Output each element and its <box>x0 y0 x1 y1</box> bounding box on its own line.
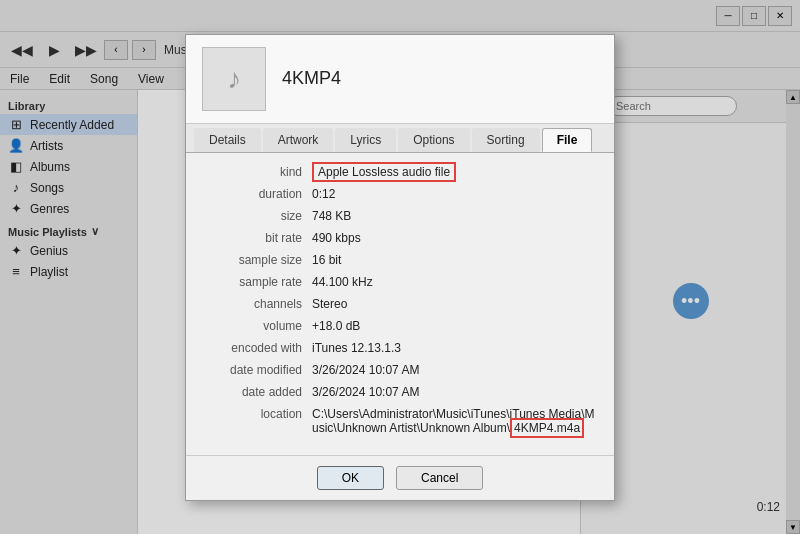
field-volume: volume +18.0 dB <box>202 319 598 333</box>
modal-overlay: ♪ 4KMP4 Details Artwork Lyrics Options S… <box>0 0 800 534</box>
file-info-modal: ♪ 4KMP4 Details Artwork Lyrics Options S… <box>185 34 615 501</box>
modal-header: ♪ 4KMP4 <box>186 35 614 124</box>
sample-rate-value: 44.100 kHz <box>312 275 598 289</box>
date-modified-label: date modified <box>202 363 312 377</box>
field-duration: duration 0:12 <box>202 187 598 201</box>
location-filename: 4KMP4.m4a <box>510 418 584 438</box>
date-modified-value: 3/26/2024 10:07 AM <box>312 363 598 377</box>
tab-details[interactable]: Details <box>194 128 261 152</box>
sample-size-value: 16 bit <box>312 253 598 267</box>
date-added-value: 3/26/2024 10:07 AM <box>312 385 598 399</box>
field-channels: channels Stereo <box>202 297 598 311</box>
size-label: size <box>202 209 312 223</box>
field-bit-rate: bit rate 490 kbps <box>202 231 598 245</box>
kind-value: Apple Lossless audio file <box>312 165 598 179</box>
size-value: 748 KB <box>312 209 598 223</box>
kind-label: kind <box>202 165 312 179</box>
tab-lyrics[interactable]: Lyrics <box>335 128 396 152</box>
duration-value: 0:12 <box>312 187 598 201</box>
kind-highlight: Apple Lossless audio file <box>312 162 456 182</box>
field-encoded-with: encoded with iTunes 12.13.1.3 <box>202 341 598 355</box>
sample-size-label: sample size <box>202 253 312 267</box>
field-kind: kind Apple Lossless audio file <box>202 165 598 179</box>
cancel-button[interactable]: Cancel <box>396 466 483 490</box>
modal-body: kind Apple Lossless audio file duration … <box>186 153 614 455</box>
tab-artwork[interactable]: Artwork <box>263 128 334 152</box>
field-size: size 748 KB <box>202 209 598 223</box>
bit-rate-label: bit rate <box>202 231 312 245</box>
modal-tabs: Details Artwork Lyrics Options Sorting F… <box>186 124 614 153</box>
field-date-added: date added 3/26/2024 10:07 AM <box>202 385 598 399</box>
album-art: ♪ <box>202 47 266 111</box>
channels-label: channels <box>202 297 312 311</box>
field-location: location C:\Users\Administrator\Music\iT… <box>202 407 598 435</box>
duration-label: duration <box>202 187 312 201</box>
modal-title: 4KMP4 <box>282 68 341 89</box>
channels-value: Stereo <box>312 297 598 311</box>
sample-rate-label: sample rate <box>202 275 312 289</box>
tab-sorting[interactable]: Sorting <box>472 128 540 152</box>
tab-file[interactable]: File <box>542 128 593 152</box>
tab-options[interactable]: Options <box>398 128 469 152</box>
ok-button[interactable]: OK <box>317 466 384 490</box>
location-label: location <box>202 407 312 421</box>
encoded-with-label: encoded with <box>202 341 312 355</box>
field-sample-rate: sample rate 44.100 kHz <box>202 275 598 289</box>
field-sample-size: sample size 16 bit <box>202 253 598 267</box>
modal-footer: OK Cancel <box>186 455 614 500</box>
bit-rate-value: 490 kbps <box>312 231 598 245</box>
encoded-with-value: iTunes 12.13.1.3 <box>312 341 598 355</box>
main-window: ─ □ ✕ ◀◀ ▶ ▶▶ ‹ › Music File Edit Song V… <box>0 0 800 534</box>
music-note-icon: ♪ <box>227 63 241 95</box>
volume-value: +18.0 dB <box>312 319 598 333</box>
location-value: C:\Users\Administrator\Music\iTunes\iTun… <box>312 407 598 435</box>
volume-label: volume <box>202 319 312 333</box>
date-added-label: date added <box>202 385 312 399</box>
field-date-modified: date modified 3/26/2024 10:07 AM <box>202 363 598 377</box>
